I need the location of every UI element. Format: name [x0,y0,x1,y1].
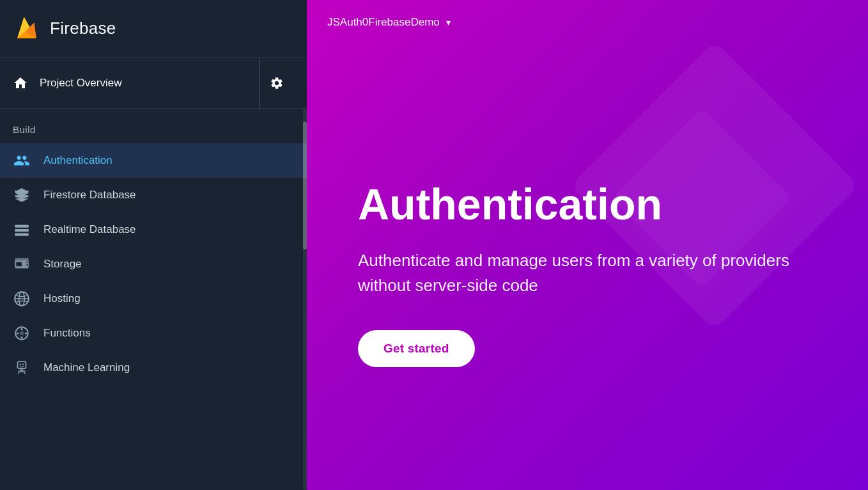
gear-icon [270,76,284,90]
storage-icon [13,256,31,273]
sidebar-item-storage[interactable]: Storage [0,247,307,281]
svg-point-13 [17,332,19,334]
sidebar-item-realtime-database-label: Realtime Database [43,223,136,236]
svg-point-12 [20,331,24,336]
hero-title: Authentication [358,180,817,228]
sidebar: Firebase Project Overview Build [0,0,307,490]
sidebar-item-realtime-database[interactable]: Realtime Database [0,212,307,247]
sidebar-header: Firebase [0,0,307,58]
project-overview-label: Project Overview [40,77,121,90]
project-name: JSAuth0FirebaseDemo [327,16,440,29]
app-title: Firebase [50,19,116,38]
sidebar-item-firestore-database-label: Firestore Database [43,189,136,202]
hero-section: Authentication Authenticate and manage u… [307,45,868,490]
svg-rect-4 [15,225,29,227]
build-section-label: Build [0,109,307,141]
sidebar-item-functions[interactable]: Functions [0,316,307,351]
build-label: Build [13,124,36,135]
svg-line-22 [19,372,19,374]
svg-rect-7 [15,258,29,260]
sidebar-item-storage-label: Storage [43,258,82,271]
firebase-logo-icon [13,15,41,43]
top-bar: JSAuth0FirebaseDemo ▾ [307,0,868,45]
project-dropdown-arrow-icon: ▾ [446,17,451,28]
svg-rect-5 [15,229,29,232]
svg-rect-18 [20,364,21,365]
svg-rect-21 [19,370,26,372]
svg-point-16 [20,336,22,338]
project-overview-link[interactable]: Project Overview [13,75,259,91]
svg-rect-6 [15,233,29,235]
svg-rect-20 [20,368,23,370]
settings-button[interactable] [259,58,294,108]
svg-rect-19 [22,364,24,365]
svg-point-15 [20,328,22,330]
sidebar-item-machine-learning-label: Machine Learning [43,361,130,374]
hosting-icon [13,290,31,307]
project-overview-row[interactable]: Project Overview [0,58,307,109]
svg-point-14 [25,332,27,334]
functions-icon [13,325,31,342]
firestore-icon [13,187,31,203]
sidebar-item-hosting-label: Hosting [43,292,81,305]
sidebar-item-authentication[interactable]: Authentication [0,143,307,178]
project-selector[interactable]: JSAuth0FirebaseDemo ▾ [327,16,451,29]
get-started-button[interactable]: Get started [358,330,475,367]
sidebar-item-firestore-database[interactable]: Firestore Database [0,178,307,212]
main-content: JSAuth0FirebaseDemo ▾ Authentication Aut… [307,0,868,490]
sidebar-item-functions-label: Functions [43,327,91,340]
machine-learning-icon [13,360,31,376]
realtime-database-icon [13,221,31,238]
sidebar-item-hosting[interactable]: Hosting [0,281,307,316]
hero-description: Authenticate and manage users from a var… [358,248,793,298]
home-icon [13,75,28,91]
authentication-icon [13,152,31,169]
nav-items: Authentication Firestore Database [0,141,307,388]
sidebar-item-machine-learning[interactable]: Machine Learning [0,351,307,385]
sidebar-item-authentication-label: Authentication [43,154,112,167]
svg-line-23 [24,372,25,374]
